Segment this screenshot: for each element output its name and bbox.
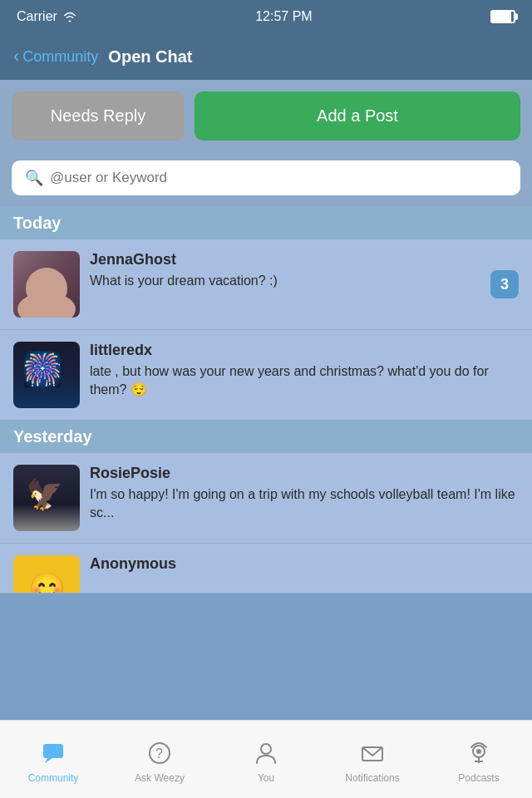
post-item-rosie[interactable]: RosiePosie I'm so happy! I'm going on a … — [0, 453, 532, 544]
battery-icon — [490, 10, 515, 23]
svg-marker-1 — [45, 758, 52, 763]
header: ‹ Community Open Chat — [0, 33, 532, 80]
needs-reply-button[interactable]: Needs Reply — [12, 91, 185, 140]
wifi-icon — [62, 11, 77, 22]
tab-you[interactable]: You — [213, 721, 319, 798]
tab-notifications-label: Notifications — [345, 772, 399, 784]
post-username-rosie: RosiePosie — [90, 465, 519, 482]
tab-ask-weezy-label: Ask Weezy — [135, 772, 185, 784]
svg-text:?: ? — [155, 746, 163, 761]
search-input[interactable] — [50, 170, 507, 186]
tab-notifications[interactable]: Notifications — [319, 721, 426, 798]
notifications-icon — [360, 741, 385, 769]
podcasts-icon — [466, 741, 491, 769]
svg-rect-0 — [43, 744, 63, 758]
post-text-littleredx: late , but how was your new years and ch… — [90, 362, 519, 400]
status-time: 12:57 PM — [255, 9, 312, 24]
add-post-button[interactable]: Add a Post — [195, 91, 520, 140]
tab-community[interactable]: Community — [0, 721, 106, 798]
back-chevron-icon: ‹ — [13, 46, 19, 67]
avatar-anon: 😊 — [13, 555, 80, 594]
post-content-anon: Anonymous — [90, 555, 519, 576]
post-username-littleredx: littleredx — [90, 342, 519, 359]
section-header-today: Today — [0, 207, 532, 239]
post-text-jenna: What is your dream vacation? :) — [90, 272, 480, 290]
post-item-anon[interactable]: 😊 Anonymous — [0, 544, 532, 594]
tab-podcasts-label: Podcasts — [458, 772, 499, 784]
action-buttons-bar: Needs Reply Add a Post — [0, 80, 532, 152]
post-item-littleredx[interactable]: littleredx late , but how was your new y… — [0, 330, 532, 421]
tab-you-label: You — [258, 772, 274, 784]
reply-badge-jenna: 3 — [490, 270, 519, 298]
post-content-rosie: RosiePosie I'm so happy! I'm going on a … — [90, 465, 519, 523]
search-wrapper[interactable]: 🔍 — [12, 160, 520, 195]
carrier-label: Carrier — [17, 9, 57, 24]
person-icon — [254, 741, 278, 769]
avatar-jenna — [13, 251, 80, 318]
page-title: Open Chat — [108, 47, 192, 66]
post-username-jenna: JennaGhost — [90, 251, 480, 268]
avatar-rosie — [13, 465, 80, 531]
post-item-jenna[interactable]: JennaGhost What is your dream vacation? … — [0, 239, 532, 330]
carrier-info: Carrier — [17, 9, 77, 24]
tab-bar: Community ? Ask Weezy You Notifications — [0, 720, 532, 798]
chat-icon — [41, 741, 66, 769]
search-icon: 🔍 — [25, 169, 43, 187]
post-content-littleredx: littleredx late , but how was your new y… — [90, 342, 519, 400]
avatar-littleredx — [13, 342, 80, 408]
tab-ask-weezy[interactable]: ? Ask Weezy — [106, 721, 213, 798]
svg-point-4 — [261, 744, 271, 754]
back-button[interactable]: ‹ Community — [13, 46, 98, 67]
section-header-yesterday: Yesterday — [0, 421, 532, 453]
status-bar: Carrier 12:57 PM — [0, 0, 532, 33]
search-bar: 🔍 — [0, 152, 532, 207]
tab-podcasts[interactable]: Podcasts — [426, 721, 532, 798]
back-label: Community — [22, 48, 98, 66]
tab-community-label: Community — [28, 772, 79, 784]
post-content-jenna: JennaGhost What is your dream vacation? … — [90, 251, 480, 290]
svg-point-7 — [476, 749, 481, 754]
post-username-anon: Anonymous — [90, 555, 519, 573]
post-text-rosie: I'm so happy! I'm going on a trip with m… — [90, 485, 519, 523]
question-icon: ? — [147, 741, 172, 769]
